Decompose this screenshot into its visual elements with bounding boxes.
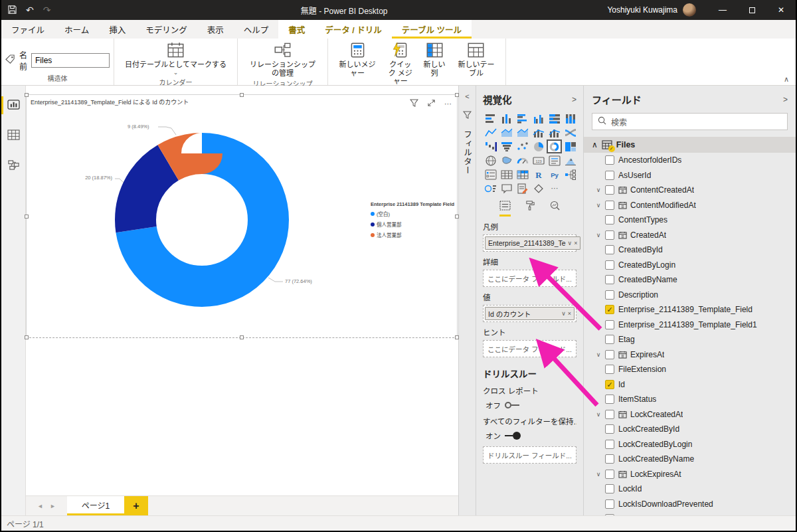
collapse-table-icon[interactable]: ∧ <box>592 140 598 149</box>
field-row-LockCreatedById[interactable]: LockCreatedById <box>592 422 788 437</box>
expand-hierarchy-icon[interactable]: ∨ <box>592 187 605 193</box>
user-name[interactable]: Yoshiyuki Kuwajima <box>607 5 677 15</box>
field-row-Enterprise_21141389_Template_Field1[interactable]: Enterprise_21141389_Template_Field1 <box>592 317 788 333</box>
resize-handle[interactable] <box>455 215 459 219</box>
field-row-FileExtension[interactable]: FileExtension <box>592 362 788 377</box>
expand-hierarchy-icon[interactable]: ∨ <box>592 411 605 418</box>
field-row-CreatedByName[interactable]: CreatedByName <box>592 272 788 288</box>
donut-chart-visual[interactable]: Enterprise_21141389_Template_Field による I… <box>26 94 458 338</box>
decomposition-tree-icon[interactable] <box>563 167 578 181</box>
field-row-Id[interactable]: ✓Id <box>592 377 788 393</box>
field-checkbox[interactable] <box>605 260 614 270</box>
field-row-LockCreatedByLogin[interactable]: LockCreatedByLogin <box>592 437 788 452</box>
keep-all-filters-toggle[interactable]: オン <box>483 430 576 441</box>
undo-icon[interactable]: ↶ <box>26 5 34 15</box>
chip-remove-icon[interactable]: × <box>568 310 571 317</box>
legend-item[interactable]: 個人営業部 <box>371 221 458 228</box>
map-icon[interactable] <box>483 153 498 167</box>
table-icon[interactable] <box>499 167 514 181</box>
r-script-visual-icon[interactable]: R <box>531 167 546 181</box>
field-checkbox[interactable] <box>605 201 614 210</box>
field-checkbox[interactable] <box>605 320 614 329</box>
data-view-button[interactable] <box>1 128 26 143</box>
field-checkbox[interactable] <box>605 410 614 419</box>
line-chart-icon[interactable] <box>483 126 498 139</box>
field-row-LockType[interactable]: LockType <box>592 511 788 515</box>
quick-measure-button[interactable]: クイック メジャー <box>383 40 418 86</box>
field-checkbox[interactable] <box>605 470 614 479</box>
multi-row-card-icon[interactable] <box>547 153 562 167</box>
table-row-files[interactable]: ∧ ✓ Files <box>584 137 796 153</box>
100-stacked-bar-chart-icon[interactable] <box>547 112 562 126</box>
ribbon-tab-表示[interactable]: 表示 <box>197 20 234 39</box>
field-row-CreatedByLogin[interactable]: CreatedByLogin <box>592 258 788 273</box>
maximize-button[interactable] <box>737 0 766 20</box>
gauge-icon[interactable] <box>515 153 530 167</box>
python-visual-icon[interactable]: Py <box>547 167 562 181</box>
resize-handle[interactable] <box>25 93 29 97</box>
stacked-column-chart-icon[interactable] <box>499 112 514 126</box>
expand-hierarchy-icon[interactable]: ∨ <box>592 232 605 238</box>
donut-chart-icon[interactable] <box>547 139 562 153</box>
expand-hierarchy-icon[interactable]: ∨ <box>592 202 605 209</box>
field-checkbox[interactable] <box>605 230 614 240</box>
waterfall-chart-icon[interactable] <box>483 139 498 153</box>
field-row-AncestorfolderIDs[interactable]: AncestorfolderIDs <box>592 153 788 168</box>
legend-item[interactable]: (空白) <box>371 210 458 217</box>
chip-remove-icon[interactable]: × <box>574 240 577 246</box>
save-icon[interactable] <box>8 5 17 15</box>
values-well[interactable]: Id のカウント∨× <box>483 305 576 322</box>
field-row-ContentModifiedAt[interactable]: ∨ContentModifiedAt <box>592 198 788 213</box>
arcgis-map-icon[interactable] <box>531 181 546 195</box>
clustered-column-chart-icon[interactable] <box>531 112 546 126</box>
field-row-CreatedAt[interactable]: ∨CreatedAt <box>592 228 788 243</box>
slicer-icon[interactable] <box>483 167 498 181</box>
collapse-fields-icon[interactable]: > <box>783 95 788 104</box>
funnel-chart-icon[interactable] <box>499 139 514 153</box>
mark-as-date-table-button[interactable]: 日付テーブルとしてマークする ⌄ <box>118 40 233 76</box>
field-checkbox[interactable]: ✓ <box>605 305 614 314</box>
field-checkbox[interactable] <box>605 245 614 254</box>
close-button[interactable]: ✕ <box>766 0 796 20</box>
field-checkbox[interactable] <box>605 499 614 509</box>
line-and-stacked-column-chart-icon[interactable] <box>531 126 546 139</box>
field-checkbox[interactable] <box>605 350 614 359</box>
prev-page-icon[interactable]: ◄ <box>37 503 43 509</box>
field-checkbox[interactable] <box>605 335 614 344</box>
field-checkbox[interactable] <box>605 171 614 180</box>
stacked-area-chart-icon[interactable] <box>515 126 530 139</box>
key-influencers-icon[interactable] <box>483 181 498 195</box>
field-checkbox[interactable] <box>605 514 614 515</box>
stacked-bar-chart-icon[interactable] <box>483 112 498 126</box>
field-search[interactable]: 検索 <box>592 113 788 130</box>
field-row-LockCreatedByName[interactable]: LockCreatedByName <box>592 452 788 467</box>
scatter-chart-icon[interactable] <box>515 139 530 153</box>
ribbon-tab-テーブル ツール[interactable]: テーブル ツール <box>392 20 472 39</box>
field-checkbox[interactable] <box>605 275 614 284</box>
details-well[interactable]: ここにデータ フィールド... <box>483 270 576 287</box>
field-row-AsUserId[interactable]: AsUserId <box>592 168 788 183</box>
field-row-ExpiresAt[interactable]: ∨ExpiresAt <box>592 347 788 363</box>
field-row-CreatedById[interactable]: CreatedById <box>592 242 788 258</box>
resize-handle[interactable] <box>455 335 459 339</box>
resize-handle[interactable] <box>240 335 244 339</box>
resize-handle[interactable] <box>25 335 29 339</box>
resize-handle[interactable] <box>25 215 29 219</box>
values-field-chip[interactable]: Id のカウント∨× <box>485 307 575 320</box>
chip-dropdown-icon[interactable]: ∨ <box>561 310 566 317</box>
legend-well[interactable]: Enterprise_21141389_Te∨× <box>483 234 576 252</box>
line-and-clustered-column-chart-icon[interactable] <box>547 126 562 139</box>
ribbon-tab-ホーム[interactable]: ホーム <box>54 20 99 39</box>
field-checkbox[interactable] <box>605 395 614 404</box>
table-name-input[interactable] <box>31 53 110 68</box>
ribbon-tab-書式[interactable]: 書式 <box>278 20 315 39</box>
field-checkbox[interactable] <box>605 424 614 434</box>
report-view-button[interactable] <box>1 98 26 113</box>
drillthrough-field-well[interactable]: ドリルスルー フィールド... <box>483 446 576 464</box>
matrix-icon[interactable] <box>515 167 530 181</box>
qa-visual-icon[interactable] <box>499 181 514 195</box>
tooltips-well[interactable]: ここにデータ フィールド... <box>483 340 576 357</box>
avatar[interactable] <box>683 3 696 17</box>
new-table-button[interactable]: 新しいテーブル <box>451 40 501 86</box>
report-canvas[interactable]: Enterprise_21141389_Template_Field による I… <box>26 86 458 495</box>
